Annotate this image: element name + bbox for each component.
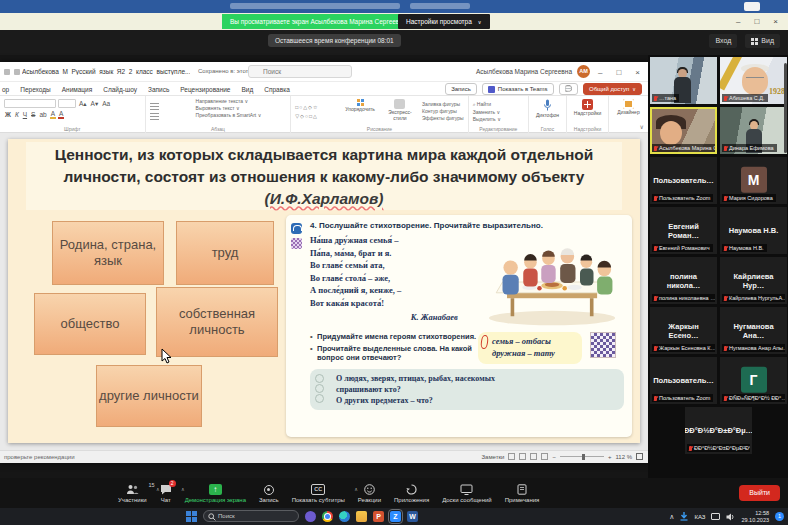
font-color-button[interactable]: A: [58, 110, 64, 119]
record-button[interactable]: Запись: [445, 83, 477, 95]
shapes-gallery[interactable]: □○△◇☆: [295, 103, 339, 111]
close-button[interactable]: ×: [773, 17, 778, 26]
view-button[interactable]: Вид: [745, 34, 780, 48]
apps-button[interactable]: Приложения: [394, 483, 429, 503]
search-input[interactable]: [248, 65, 352, 78]
font-size-dropdown[interactable]: [58, 99, 76, 108]
chat-button[interactable]: 2 ∧ Чат: [160, 483, 172, 503]
char-spacing-button[interactable]: ab: [38, 111, 47, 118]
record-button[interactable]: Запись: [259, 483, 279, 503]
fit-slide-button[interactable]: [636, 453, 643, 460]
tray-blue-arrow-icon[interactable]: [680, 512, 688, 521]
background-window-button[interactable]: [744, 2, 760, 11]
value-box-homeland[interactable]: Родина, страна, язык: [52, 221, 164, 285]
account-avatar[interactable]: АМ: [577, 65, 590, 78]
speaker-icon[interactable]: [726, 513, 735, 521]
designer-button[interactable]: Дизайнер: [613, 98, 644, 117]
italic-button[interactable]: К: [14, 111, 20, 118]
participant-tile-name[interactable]: Жаркын Есено… Жаркын Есеновна К…: [650, 307, 717, 354]
value-box-society[interactable]: общество: [34, 293, 146, 355]
accessibility-status[interactable]: проверьте рекомендации: [4, 454, 75, 460]
replace-button[interactable]: Заменить ∨: [473, 109, 501, 115]
participant-tile-video[interactable]: …тана: [650, 57, 717, 104]
tab-help[interactable]: Справка: [264, 86, 290, 93]
value-box-labor[interactable]: труд: [176, 221, 274, 285]
shape-outline-button[interactable]: Контур фигуры: [422, 108, 464, 114]
participant-tile-video-active[interactable]: Асылбекова Марина Се…: [650, 107, 717, 154]
minimize-button[interactable]: –: [736, 17, 740, 26]
participants-button[interactable]: 15 ∧ Участники: [118, 483, 147, 503]
tab-animation[interactable]: Анимация: [62, 86, 93, 93]
zoom-slider-thumb[interactable]: [582, 454, 585, 460]
tab-view[interactable]: Вид: [241, 86, 253, 93]
value-box-other-personalities[interactable]: другие личности: [96, 365, 202, 427]
slideshow-icon[interactable]: [541, 453, 548, 460]
ppt-minimize-button[interactable]: –: [598, 68, 602, 77]
zoom-app-icon[interactable]: Z: [390, 511, 401, 522]
participant-tile-name[interactable]: Кайрлиева Нур… Кайрлиева НургульА…: [720, 257, 787, 304]
strikethrough-button[interactable]: S: [30, 111, 36, 118]
view-settings-button[interactable]: Настройки просмотра∨: [398, 14, 490, 29]
underline-button[interactable]: Ч: [22, 111, 28, 118]
participant-tile-name[interactable]: Пользователь… Пользователь Zoom: [650, 157, 717, 204]
participant-tile-video[interactable]: 1928 Абишева С.Д.: [720, 57, 787, 104]
grow-font-button[interactable]: A▴: [78, 100, 88, 108]
collapse-ribbon-button[interactable]: ∨: [640, 123, 644, 130]
tab-record[interactable]: Запись: [148, 86, 169, 93]
ppt-close-button[interactable]: ×: [635, 68, 640, 77]
leave-button[interactable]: Выйти: [739, 485, 780, 501]
captions-button[interactable]: CC ∧ Показать субтитры: [292, 483, 345, 503]
quick-styles-button[interactable]: Экспресс-стили: [381, 98, 419, 124]
participant-tile-name[interactable]: Евгений Роман… Евгений Романович: [650, 207, 717, 254]
slide[interactable]: Ценности, из которых складывается картин…: [8, 139, 640, 443]
bullets-button[interactable]: [150, 103, 159, 110]
addins-button[interactable]: Надстройки: [571, 98, 604, 118]
smartart-button[interactable]: Преобразовать в SmartArt ∨: [196, 112, 262, 118]
zoom-slider[interactable]: [560, 456, 604, 457]
restore-button[interactable]: □: [754, 17, 759, 26]
participant-tile-video[interactable]: Динара Ефимова: [720, 107, 787, 154]
value-box-own-personality[interactable]: собственная личность: [156, 287, 278, 357]
normal-view-icon[interactable]: [508, 453, 515, 460]
shape-effects-button[interactable]: Эффекты фигуры: [422, 115, 464, 121]
word-icon[interactable]: W: [407, 511, 418, 522]
present-in-teams-button[interactable]: Показать в Teams: [482, 83, 554, 95]
reactions-button[interactable]: Реакции: [358, 483, 381, 503]
arrange-button[interactable]: Упорядочить: [342, 98, 378, 124]
ppt-restore-button[interactable]: □: [616, 68, 621, 77]
tab-slideshow[interactable]: Слайд-шоу: [103, 86, 137, 93]
network-icon[interactable]: [711, 513, 720, 520]
share-screen-button[interactable]: ↑ Демонстрация экрана: [185, 483, 246, 503]
notification-badge[interactable]: 1: [775, 512, 784, 521]
bold-button[interactable]: Ж: [4, 111, 12, 118]
align-text-button[interactable]: Выровнять текст ∨: [196, 105, 262, 111]
tab-fragment[interactable]: ор: [2, 86, 9, 93]
zoom-level[interactable]: 112 %: [615, 454, 632, 460]
powerpoint-icon[interactable]: P: [373, 511, 384, 522]
participant-tile-name[interactable]: полина никола… полина николаевна …: [650, 257, 717, 304]
participant-tile-name[interactable]: Пользователь… Пользователь Zoom: [650, 357, 717, 404]
notes-button[interactable]: Примечания: [505, 483, 540, 503]
chat-app-icon[interactable]: [305, 511, 316, 522]
file-explorer-icon[interactable]: [356, 511, 367, 522]
font-name-dropdown[interactable]: [4, 99, 56, 108]
participant-tile-name[interactable]: Наумова Н.В. Наумова Н.В.: [720, 207, 787, 254]
language-indicator[interactable]: КАЗ: [694, 514, 705, 520]
notes-toggle[interactable]: Заметки: [481, 454, 504, 460]
participant-tile-name[interactable]: ĐĐ°Đ½Đ°Đ±Đ°Đµ… ĐĐ°Đ½Đ°Đ±Đ°ĐµĐ²Đ°…: [685, 407, 752, 454]
align-left-button[interactable]: [150, 113, 159, 120]
quick-access-toolbar[interactable]: [4, 69, 20, 75]
reading-view-icon[interactable]: [530, 453, 537, 460]
participants-scrollbar[interactable]: [784, 63, 787, 153]
shape-fill-button[interactable]: Заливка фигуры: [422, 101, 464, 107]
zoom-in-button[interactable]: +: [608, 454, 612, 460]
participant-tile-avatar[interactable]: Г ĐÑĐ»ÑĐ¶Đ°Đ½ ĐĐ°…: [720, 357, 787, 404]
shapes-gallery-row2[interactable]: ▽◇○□△: [295, 112, 339, 120]
shrink-font-button[interactable]: A▾: [90, 100, 100, 108]
find-button[interactable]: ⌕ Найти: [473, 101, 501, 108]
share-button[interactable]: Общий доступ ∨: [583, 83, 642, 95]
tab-review[interactable]: Рецензирование: [180, 86, 230, 93]
text-direction-button[interactable]: Направление текста ∨: [196, 98, 262, 104]
account-name[interactable]: Асылбекова Марина Сергеевна: [476, 68, 572, 75]
tab-transitions[interactable]: Переходы: [20, 86, 51, 93]
